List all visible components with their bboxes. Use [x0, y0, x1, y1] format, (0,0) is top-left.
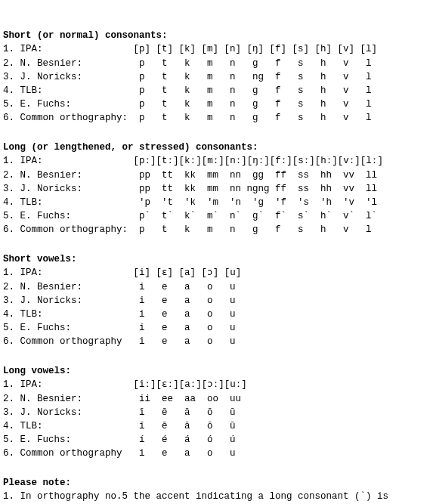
row: 4. TLB: 'p 't 'k 'm 'n 'g 'f 's 'h 'v 'l [3, 197, 383, 208]
row-label: TLB: [20, 85, 134, 96]
row-label: IPA: [20, 379, 134, 390]
row-num: 4. [3, 421, 14, 431]
note-line: 1. In orthography no.5 the accent indica… [3, 491, 388, 502]
heading-long-consonants: Long (or lengthened, or stressed) conson… [3, 142, 258, 153]
row-label: E. Fuchs: [20, 211, 134, 221]
row-cells: i e a o u [134, 336, 242, 347]
row-cells: p t k m n g f s h v l [134, 58, 378, 69]
row-num: 4. [3, 197, 14, 208]
row-cells: i e a o u [134, 309, 242, 320]
row-label: N. Besnier: [20, 58, 134, 69]
row-label: E. Fuchs: [20, 323, 134, 333]
row-num: 3. [3, 407, 14, 418]
section-long-consonants: Long (or lengthened, or stressed) conson… [3, 141, 430, 237]
row-cells: ī ē ā ō ū [134, 421, 247, 431]
row-label: Common orthography: [20, 113, 134, 123]
section-short-consonants: Short (or normal) consonants: 1. IPA: [p… [3, 29, 430, 125]
row-label: Common orthography: [20, 224, 134, 235]
row: 1. IPA: [iː][ɛː][aː][ɔː][uː] [3, 379, 247, 390]
row-label: Common orthography [20, 336, 134, 347]
heading-long-vowels: Long vowels: [3, 366, 71, 376]
row-label: J. Noricks: [20, 295, 134, 306]
row: 2. N. Besnier: ii ee aa oo uu [3, 394, 247, 404]
row-cells: p t k m n ng f s h v l [134, 72, 378, 82]
row: 5. E. Fuchs: í é á ó ú [3, 434, 247, 445]
row-cells: i e a o u [134, 448, 247, 459]
row-num: 5. [3, 323, 14, 333]
row-cells: ii ee aa oo uu [134, 394, 247, 404]
row-label: N. Besnier: [20, 282, 134, 292]
row-cells: i e a o u [134, 282, 242, 292]
row-label: E. Fuchs: [20, 99, 134, 110]
row-num: 4. [3, 85, 14, 96]
row-cells: i e a o u [134, 295, 242, 306]
section-short-vowels: Short vowels: 1. IPA: [i] [ɛ] [a] [ɔ] [u… [3, 252, 430, 348]
row: 5. E. Fuchs: p t k m n g f s h v l [3, 99, 377, 110]
row-num: 1. [3, 44, 14, 54]
row-label: TLB: [20, 421, 134, 431]
row-num: 4. [3, 309, 14, 320]
row: 6. Common orthography i e a o u [3, 336, 241, 347]
row-label: E. Fuchs: [20, 434, 134, 445]
heading-short-consonants: Short (or normal) consonants: [3, 30, 168, 41]
row: 3. J. Noricks: i e a o u [3, 295, 241, 306]
row-cells: [pː][tː][kː][mː][nː][ŋː][fː][sː][hː][vː]… [134, 156, 383, 166]
row-label: J. Noricks: [20, 407, 134, 418]
row-num: 3. [3, 184, 14, 194]
row: 2. N. Besnier: i e a o u [3, 282, 241, 292]
row-num: 1. [3, 156, 14, 166]
row-cells: p t k m n g f s h v l [134, 113, 378, 123]
row-num: 3. [3, 295, 14, 306]
row-label: IPA: [20, 44, 134, 54]
row-cells: p` t` k` m` n` g` f` s` h` v` l` [134, 211, 383, 221]
row-label: Common orthography [20, 448, 134, 459]
row-cells: [i] [ɛ] [a] [ɔ] [u] [134, 267, 242, 278]
row-label: TLB: [20, 309, 134, 320]
row-num: 5. [3, 211, 14, 221]
row-num: 2. [3, 58, 14, 69]
row-num: 6. [3, 113, 14, 123]
row-cells: ī ē ā ō ū [134, 407, 247, 418]
row: 5. E. Fuchs: p` t` k` m` n` g` f` s` h` … [3, 211, 383, 221]
heading-note: Please note: [3, 478, 71, 488]
row: 5. E. Fuchs: i e a o u [3, 323, 241, 333]
row-num: 5. [3, 99, 14, 110]
heading-short-vowels: Short vowels: [3, 254, 77, 264]
row: 6. Common orthography: p t k m n g f s h… [3, 113, 377, 123]
row-cells: p t k m n g f s h v l [134, 224, 378, 235]
row-num: 6. [3, 448, 14, 459]
row-label: N. Besnier: [20, 170, 134, 181]
row-num: 6. [3, 224, 14, 235]
row-cells: [iː][ɛː][aː][ɔː][uː] [134, 379, 247, 390]
row-cells: [p] [t] [k] [m] [n] [ŋ] [f] [s] [h] [v] … [134, 44, 378, 54]
row-label: TLB: [20, 197, 134, 208]
section-note: Please note: 1. In orthography no.5 the … [3, 476, 430, 504]
row: 3. J. Noricks: p t k m n ng f s h v l [3, 72, 377, 82]
row-cells: p t k m n g f s h v l [134, 99, 378, 110]
row: 4. TLB: i e a o u [3, 309, 241, 320]
row: 1. IPA: [p] [t] [k] [m] [n] [ŋ] [f] [s] … [3, 44, 377, 54]
row-num: 2. [3, 282, 14, 292]
row-num: 2. [3, 394, 14, 404]
section-long-vowels: Long vowels: 1. IPA: [iː][ɛː][aː][ɔː][uː… [3, 364, 430, 460]
row-num: 1. [3, 267, 14, 278]
row-cells: p t k m n g f s h v l [134, 85, 378, 96]
row: 2. N. Besnier: p t k m n g f s h v l [3, 58, 377, 69]
row-cells: pp tt kk mm nn ngng ff ss hh vv ll [134, 184, 383, 194]
row: 4. TLB: p t k m n g f s h v l [3, 85, 377, 96]
row-num: 6. [3, 336, 14, 347]
row-cells: pp tt kk mm nn gg ff ss hh vv ll [134, 170, 383, 181]
row-cells: í é á ó ú [134, 434, 247, 445]
row-label: IPA: [20, 156, 134, 166]
row-num: 1. [3, 379, 14, 390]
row-num: 2. [3, 170, 14, 181]
row: 3. J. Noricks: ī ē ā ō ū [3, 407, 247, 418]
row-label: N. Besnier: [20, 394, 134, 404]
row-cells: i e a o u [134, 323, 242, 333]
row: 4. TLB: ī ē ā ō ū [3, 421, 247, 431]
row: 3. J. Noricks: pp tt kk mm nn ngng ff ss… [3, 184, 383, 194]
row-cells: 'p 't 'k 'm 'n 'g 'f 's 'h 'v 'l [134, 197, 383, 208]
row-num: 3. [3, 72, 14, 82]
row-label: IPA: [20, 267, 134, 278]
row: 6. Common orthography: p t k m n g f s h… [3, 224, 377, 235]
